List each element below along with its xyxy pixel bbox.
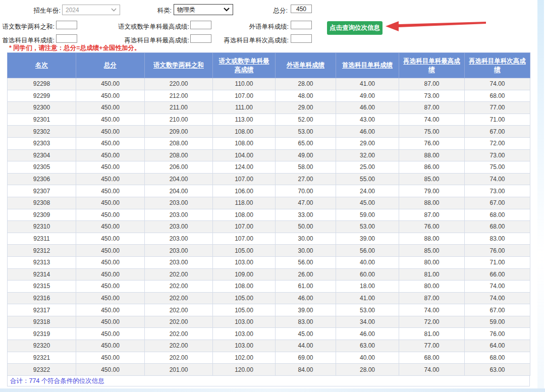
category-select[interactable]: 物理类 — [174, 4, 233, 15]
reselect-second-input[interactable] — [291, 34, 312, 43]
table-cell: 92317 — [8, 304, 76, 316]
table-cell: 72.00 — [399, 316, 465, 328]
year-select[interactable]: 2024 — [62, 5, 120, 15]
column-header[interactable]: 总分 — [76, 53, 145, 78]
table-cell: 68.00 — [465, 209, 530, 221]
table-cell: 92315 — [8, 281, 76, 293]
foreign-score-label: 外语单科成绩: — [242, 23, 289, 31]
column-header[interactable]: 首选科目单科成绩 — [336, 53, 399, 78]
table-cell: 104.00 — [213, 149, 276, 161]
table-cell: 45.00 — [276, 328, 336, 340]
table-cell: 103.00 — [213, 328, 276, 340]
foreign-score-input[interactable] — [291, 21, 312, 29]
table-row: 92317450.00202.00105.0039.0053.0074.0067… — [8, 304, 530, 316]
column-header[interactable]: 再选科目单科最高成绩 — [399, 53, 465, 78]
query-rank-button[interactable]: 点击查询位次信息 — [327, 21, 383, 35]
table-cell: 206.00 — [145, 161, 213, 174]
table-cell: 58.00 — [276, 161, 336, 174]
table-cell: 59.00 — [336, 209, 399, 221]
first-choice-input[interactable] — [56, 34, 77, 43]
table-cell: 67.00 — [465, 126, 530, 138]
chevron-down-icon — [111, 8, 117, 12]
total-score-input[interactable] — [291, 5, 312, 13]
table-cell: 202.00 — [145, 352, 213, 364]
max-single-input[interactable] — [190, 21, 211, 29]
category-label: 科类: — [154, 7, 172, 15]
table-cell: 53.00 — [336, 304, 399, 316]
table-cell: 450.00 — [76, 340, 145, 352]
table-cell: 108.00 — [213, 209, 276, 221]
table-cell: 201.00 — [145, 364, 213, 376]
table-cell: 88.00 — [399, 149, 465, 161]
column-header[interactable]: 外语单科成绩 — [276, 53, 336, 78]
year-label: 招生年份: — [30, 7, 61, 15]
table-row: 92320450.00202.00103.0044.0063.0077.0064… — [8, 340, 530, 352]
table-cell: 85.00 — [399, 173, 465, 185]
table-cell: 92307 — [8, 185, 76, 197]
table-row: 92302450.00209.00108.0053.0046.0075.0067… — [8, 126, 530, 138]
table-cell: 33.00 — [276, 209, 336, 221]
table-cell: 202.00 — [145, 292, 213, 304]
table-cell: 68.00 — [465, 352, 530, 364]
table-cell: 76.00 — [399, 137, 465, 149]
table-cell: 46.00 — [336, 102, 399, 114]
table-cell: 24.00 — [336, 185, 399, 197]
table-cell: 34.00 — [336, 316, 399, 328]
table-cell: 74.00 — [465, 78, 530, 90]
reselect-max-input[interactable] — [190, 34, 211, 43]
table-cell: 68.00 — [465, 221, 530, 233]
table-row: 92311450.00203.00107.0030.0039.0088.0083… — [8, 233, 530, 245]
table-cell: 41.00 — [336, 292, 399, 304]
column-header[interactable]: 名次 — [8, 53, 76, 78]
table-cell: 85.00 — [399, 245, 465, 257]
table-cell: 67.00 — [465, 197, 530, 209]
table-row: 92312450.00203.00105.0030.0056.0085.0076… — [8, 245, 530, 257]
table-cell: 65.00 — [276, 137, 336, 149]
table-cell: 103.00 — [213, 316, 276, 328]
table-cell: 73.00 — [465, 185, 530, 197]
table-cell: 450.00 — [76, 292, 145, 304]
table-row: 92315450.00202.00108.0061.0018.0080.0074… — [8, 281, 530, 293]
table-cell: 27.00 — [276, 173, 336, 185]
table-cell: 28.00 — [336, 364, 399, 376]
table-row: 92316450.00202.00105.0046.0041.0087.0074… — [8, 292, 530, 304]
table-cell: 92300 — [8, 102, 76, 114]
table-cell: 29.00 — [336, 137, 399, 149]
max-single-label: 语文或数学单科最高成绩: — [116, 23, 189, 31]
table-cell: 50.00 — [276, 221, 336, 233]
column-header[interactable]: 再选科目单科次高成绩 — [465, 53, 530, 78]
table-cell: 43.00 — [336, 114, 399, 126]
table-cell: 450.00 — [76, 233, 145, 245]
table-cell: 450.00 — [76, 209, 145, 221]
table-cell: 18.00 — [336, 281, 399, 293]
table-cell: 79.00 — [399, 185, 465, 197]
column-header[interactable]: 语文数学两科之和 — [145, 53, 213, 78]
table-row: 92319450.00202.00103.0045.0046.0081.0076… — [8, 328, 530, 340]
table-cell: 64.00 — [465, 340, 530, 352]
table-cell: 92305 — [8, 161, 76, 174]
table-cell: 211.00 — [145, 102, 213, 114]
table-cell: 40.00 — [336, 352, 399, 364]
table-cell: 29.00 — [276, 102, 336, 114]
table-cell: 105.00 — [213, 292, 276, 304]
table-cell: 92316 — [8, 292, 76, 304]
table-cell: 108.00 — [213, 137, 276, 149]
table-cell: 92299 — [8, 90, 76, 102]
table-cell: 124.00 — [213, 161, 276, 174]
table-cell: 450.00 — [76, 245, 145, 257]
table-cell: 450.00 — [76, 268, 145, 281]
table-cell: 203.00 — [145, 197, 213, 209]
table-cell: 92322 — [8, 364, 76, 376]
table-cell: 202.00 — [145, 316, 213, 328]
table-row: 92300450.00211.00111.0029.0046.0087.0077… — [8, 102, 530, 114]
table-row: 92304450.00208.00104.0049.0032.0088.0073… — [8, 149, 530, 161]
sum-two-input[interactable] — [56, 21, 77, 29]
table-cell: 52.00 — [276, 114, 336, 126]
table-cell: 107.00 — [213, 221, 276, 233]
table-cell: 202.00 — [145, 281, 213, 293]
table-cell: 105.00 — [213, 245, 276, 257]
table-cell: 202.00 — [145, 304, 213, 316]
table-cell: 450.00 — [76, 102, 145, 114]
table-cell: 212.00 — [145, 90, 213, 102]
column-header[interactable]: 语文或数学单科最高成绩 — [213, 53, 276, 78]
